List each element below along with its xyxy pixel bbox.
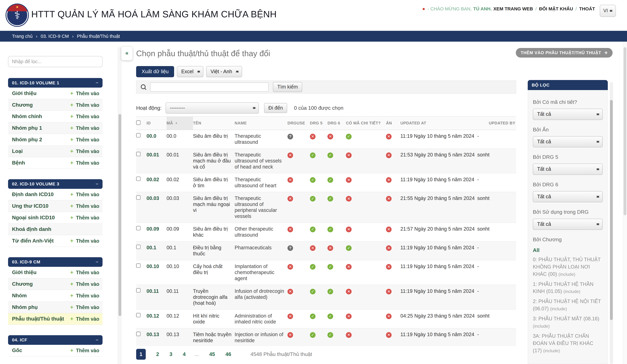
add-to-button[interactable]: + Thêm vào <box>70 281 99 287</box>
col-ten[interactable]: TÊN <box>193 117 235 130</box>
sidebar-section-header[interactable]: 01. ICD-10 VOLUME 1− <box>8 78 103 88</box>
row-checkbox[interactable] <box>136 177 141 182</box>
filter-select[interactable]: Tất cả <box>533 109 603 120</box>
row-checkbox[interactable] <box>136 195 141 200</box>
page-link-45[interactable]: 45 <box>209 351 215 357</box>
sidebar-item-ch-ng[interactable]: Chương+ Thêm vào <box>8 99 103 111</box>
col-id[interactable]: ID <box>147 117 166 130</box>
language-pair-select[interactable]: Việt - Anh <box>206 66 242 77</box>
row-checkbox[interactable] <box>136 152 141 157</box>
add-to-button[interactable]: + Thêm vào <box>70 238 99 244</box>
sidebar-filter-input[interactable] <box>8 56 103 67</box>
add-to-button[interactable]: + Thêm vào <box>70 160 99 166</box>
sidebar-item-nh-m-ph-1[interactable]: Nhóm phụ 1+ Thêm vào <box>8 122 103 134</box>
sidebar-item-lo-i[interactable]: Loại+ Thêm vào <box>8 146 103 157</box>
sidebar-scrollbar[interactable] <box>118 47 122 364</box>
sidebar-item-ngo-i-sinh-icd10[interactable]: Ngoại sinh ICD10+ Thêm vào <box>8 212 103 224</box>
row-checkbox[interactable] <box>136 331 141 336</box>
sidebar-item-b-nh[interactable]: Bệnh+ Thêm vào <box>8 157 103 169</box>
filter-scrollbar-thumb[interactable] <box>610 100 613 320</box>
collapse-sidebar-button[interactable]: « <box>121 47 132 60</box>
page-link-46[interactable]: 46 <box>225 351 231 357</box>
row-checkbox[interactable] <box>136 226 141 231</box>
add-to-button[interactable]: + Thêm vào <box>70 125 99 131</box>
filter-select[interactable]: Tất cả <box>533 191 603 202</box>
sidebar-item-gi-i-thi-u[interactable]: Giới thiệu+ Thêm vào <box>8 267 103 278</box>
id-link[interactable]: 00.13 <box>147 332 159 337</box>
id-link[interactable]: 00.03 <box>147 195 159 201</box>
add-to-button[interactable]: + Thêm vào <box>70 316 99 322</box>
page-current[interactable]: 1 <box>136 349 146 360</box>
sidebar-item-nh-m[interactable]: Nhóm+ Thêm vào <box>8 290 103 302</box>
export-data-button[interactable]: Xuất dữ liệu <box>136 66 174 77</box>
sidebar-item-nh-m-ch-nh[interactable]: Nhóm chính+ Thêm vào <box>8 111 103 122</box>
sidebar-section-header[interactable]: 04. ICF− <box>8 335 103 345</box>
sidebar-item-ph-u-thu-t-th-thu-t[interactable]: Phẫu thuật/Thủ thuật+ Thêm vào <box>8 313 103 325</box>
filter-select[interactable]: Tất cả <box>533 219 603 230</box>
page-scrollbar[interactable] <box>623 42 627 364</box>
page-link-3[interactable]: 3 <box>169 351 172 357</box>
chapter-filter-all[interactable]: All <box>533 247 603 253</box>
add-to-button[interactable]: + Thêm vào <box>70 269 99 275</box>
page-scrollbar-thumb[interactable] <box>624 47 627 215</box>
sidebar-item-kho-nh-danh[interactable]: Khoá định danh <box>8 224 103 235</box>
add-to-button[interactable]: + Thêm vào <box>70 292 99 299</box>
chapter-filter-item[interactable]: 2: PHẪU THUẬT HỆ NỘI TIẾT (06.07) (inclu… <box>533 298 603 312</box>
sidebar-item-nh-m-ph-[interactable]: Nhóm phụ+ Thêm vào <box>8 302 103 313</box>
id-link[interactable]: 00.01 <box>147 152 159 158</box>
page-link-2[interactable]: 2 <box>156 351 159 357</box>
id-link[interactable]: 00.10 <box>147 264 159 269</box>
export-format-select[interactable]: Excel <box>177 66 203 77</box>
row-checkbox[interactable] <box>136 288 141 293</box>
change-password-link[interactable]: ĐỔI MẬT KHẨU <box>539 6 573 11</box>
col-hidden[interactable]: ẨN <box>386 117 400 130</box>
language-select[interactable]: VI <box>600 5 616 17</box>
sidebar-item-gi-i-thi-u[interactable]: Giới thiệu+ Thêm vào <box>8 88 103 99</box>
col-updated-at[interactable]: UPDATED AT <box>400 117 477 130</box>
id-link[interactable]: 00.02 <box>147 177 159 182</box>
row-checkbox[interactable] <box>136 313 141 318</box>
sidebar-item-g-c[interactable]: Gốc+ Thêm vào <box>8 345 103 357</box>
add-to-button[interactable]: + Thêm vào <box>70 102 99 108</box>
id-link[interactable]: 00.1 <box>147 245 156 250</box>
col-ma[interactable]: MÃ▲ <box>166 117 193 130</box>
row-checkbox[interactable] <box>136 263 141 268</box>
add-to-button[interactable]: + Thêm vào <box>70 148 99 154</box>
logout-link[interactable]: THOÁT <box>579 6 595 11</box>
add-to-button[interactable]: + Thêm vào <box>70 90 99 96</box>
add-to-button[interactable]: + Thêm vào <box>70 113 99 120</box>
col-drg6[interactable]: DRG 6 <box>327 117 346 130</box>
row-checkbox[interactable] <box>136 133 141 138</box>
col-updated-by[interactable]: UPDATED BY <box>477 117 516 130</box>
id-link[interactable]: 00.11 <box>147 288 159 294</box>
add-to-button[interactable]: + Thêm vào <box>70 191 99 197</box>
search-button[interactable]: Tìm kiếm <box>273 82 302 92</box>
select-all-checkbox[interactable] <box>136 120 141 125</box>
id-link[interactable]: 00.0 <box>147 133 156 139</box>
col-has-detail[interactable]: CÓ MÃ CHI TIẾT? <box>346 117 386 130</box>
col-drguse[interactable]: DRGUSE <box>287 117 310 130</box>
breadcrumb-home[interactable]: Trang chủ <box>12 34 33 39</box>
add-to-button[interactable]: + Thêm vào <box>70 347 99 354</box>
add-to-button[interactable]: + Thêm vào <box>70 215 99 221</box>
row-checkbox[interactable] <box>136 245 141 249</box>
sidebar-item-ch-ng[interactable]: Chương+ Thêm vào <box>8 278 103 290</box>
col-drg5[interactable]: DRG 5 <box>310 117 328 130</box>
add-to-button[interactable]: + Thêm vào <box>70 136 99 143</box>
page-link-4[interactable]: 4 <box>183 351 186 357</box>
col-name[interactable]: NAME <box>235 117 287 130</box>
chapter-filter-item[interactable]: 3A: PHẪU THUẬT CHẨN ĐOÁN VÀ ĐIỀU TRỊ KHÁ… <box>533 332 603 354</box>
action-select[interactable]: --------- <box>165 102 259 114</box>
chapter-filter-item[interactable]: 0: PHẪU THUẬT, THỦ THUẬT KHÔNG PHÂN LOẠI… <box>533 256 603 278</box>
id-link[interactable]: 00.12 <box>147 313 159 319</box>
add-to-button[interactable]: + Thêm vào <box>70 304 99 310</box>
add-to-button[interactable]: + Thêm vào <box>70 203 99 209</box>
sidebar-section-header[interactable]: 02. ICD-10 VOLUME 3− <box>8 179 103 189</box>
search-input[interactable] <box>150 83 268 91</box>
chapter-filter-item[interactable]: 3: PHẪU THUẬT MẮT (08.16) (include) <box>533 315 603 330</box>
id-link[interactable]: 00.09 <box>147 226 159 232</box>
sidebar-item-t-i-n-anh-vi-t[interactable]: Từ điển Anh-Việt+ Thêm vào <box>8 235 103 247</box>
filter-select[interactable]: Tất cả <box>533 136 603 147</box>
sidebar-scrollbar-thumb[interactable] <box>118 114 121 316</box>
sidebar-item-nh-m-ph-2[interactable]: Nhóm phụ 2+ Thêm vào <box>8 134 103 146</box>
